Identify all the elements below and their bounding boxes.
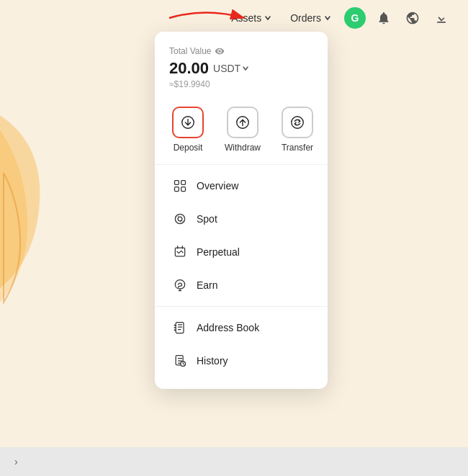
withdraw-icon xyxy=(235,114,251,130)
menu-item-spot[interactable]: Spot xyxy=(158,202,325,235)
currency-text: USDT xyxy=(213,63,240,74)
menu-item-earn[interactable]: Earn xyxy=(158,269,325,302)
menu-item-history[interactable]: History xyxy=(158,344,325,377)
transfer-label: Transfer xyxy=(282,143,313,153)
currency-chevron-icon xyxy=(242,65,249,72)
spot-icon xyxy=(172,211,188,227)
assets-label: Assets xyxy=(231,12,261,24)
download-button[interactable] xyxy=(429,6,454,30)
withdraw-icon-container xyxy=(227,107,258,138)
eye-icon[interactable] xyxy=(215,46,225,56)
bottom-arrow-icon[interactable]: › xyxy=(14,456,18,467)
assets-chevron-icon xyxy=(264,14,271,22)
deposit-icon xyxy=(180,114,196,130)
svg-rect-14 xyxy=(174,330,176,331)
deposit-button[interactable]: Deposit xyxy=(166,107,210,153)
user-avatar: G xyxy=(344,7,366,29)
total-value-label-row: Total Value xyxy=(169,46,313,56)
svg-rect-13 xyxy=(174,327,176,328)
overview-icon xyxy=(172,178,188,194)
menu-item-overview[interactable]: Overview xyxy=(158,169,325,202)
card-header: Total Value 20.00 USDT ≈$19.9940 xyxy=(155,46,328,101)
history-icon xyxy=(172,353,188,369)
address-book-icon xyxy=(172,320,188,336)
earn-icon xyxy=(172,277,188,293)
assets-nav-item[interactable]: Assets xyxy=(224,8,279,28)
menu-item-perpetual[interactable]: Perpetual xyxy=(158,235,325,269)
earn-label: Earn xyxy=(197,279,218,291)
svg-point-3 xyxy=(292,117,304,129)
transfer-icon-container xyxy=(282,107,313,138)
menu-item-address-book[interactable]: Address Book xyxy=(158,311,325,344)
svg-rect-5 xyxy=(181,181,186,185)
total-value-amount: 20.00 USDT xyxy=(169,59,313,78)
bottom-bar: › xyxy=(0,447,468,476)
svg-rect-7 xyxy=(181,187,186,192)
total-value-text: Total Value xyxy=(169,46,211,56)
deposit-icon-container xyxy=(172,107,204,138)
svg-rect-12 xyxy=(174,325,176,326)
topbar: Assets Orders G xyxy=(0,0,468,36)
transfer-icon xyxy=(289,114,305,130)
spot-label: Spot xyxy=(197,213,217,225)
menu-section-main: Overview Spot xyxy=(155,165,328,306)
language-button[interactable] xyxy=(400,6,425,30)
svg-point-9 xyxy=(178,217,182,221)
action-buttons-row: Deposit Withdraw xyxy=(155,107,328,164)
assets-dropdown: Total Value 20.00 USDT ≈$19.9940 xyxy=(155,32,328,389)
deposit-label: Deposit xyxy=(174,143,203,153)
perpetual-icon xyxy=(172,244,188,260)
amount-value: 20.00 xyxy=(169,59,209,78)
transfer-button[interactable]: Transfer xyxy=(276,107,319,153)
svg-rect-11 xyxy=(176,323,184,333)
avatar-button[interactable]: G xyxy=(343,6,367,30)
menu-section-tools: Address Book History xyxy=(155,307,328,382)
orders-nav-item[interactable]: Orders xyxy=(283,8,338,28)
svg-rect-6 xyxy=(175,187,179,192)
download-icon xyxy=(434,11,449,25)
address-book-label: Address Book xyxy=(197,322,259,333)
currency-badge: USDT xyxy=(213,63,249,74)
svg-rect-4 xyxy=(175,181,179,185)
withdraw-label: Withdraw xyxy=(225,143,261,153)
history-label: History xyxy=(197,355,228,367)
orders-chevron-icon xyxy=(324,14,331,22)
perpetual-label: Perpetual xyxy=(197,246,240,258)
withdraw-button[interactable]: Withdraw xyxy=(221,107,264,153)
overview-label: Overview xyxy=(197,180,238,192)
orders-label: Orders xyxy=(290,12,321,24)
globe-icon xyxy=(405,11,420,25)
bell-icon xyxy=(377,11,391,25)
svg-point-8 xyxy=(175,214,184,223)
notification-button[interactable] xyxy=(372,6,396,30)
approx-usd: ≈$19.9940 xyxy=(169,79,313,89)
